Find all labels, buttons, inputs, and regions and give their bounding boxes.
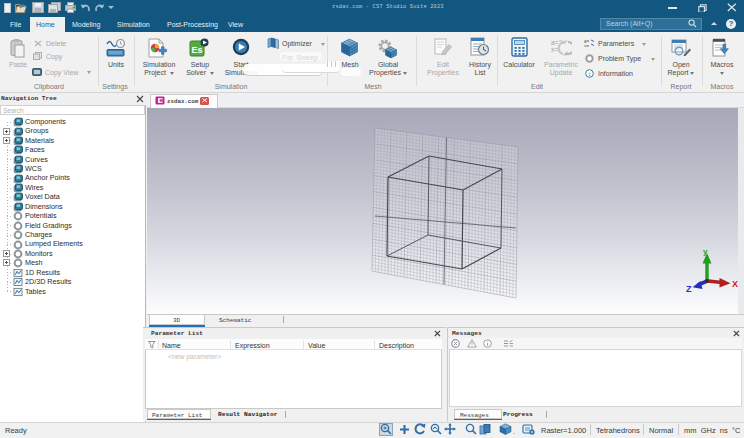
svg-text:y: y (703, 247, 708, 256)
svg-text:Z: Z (686, 284, 692, 294)
